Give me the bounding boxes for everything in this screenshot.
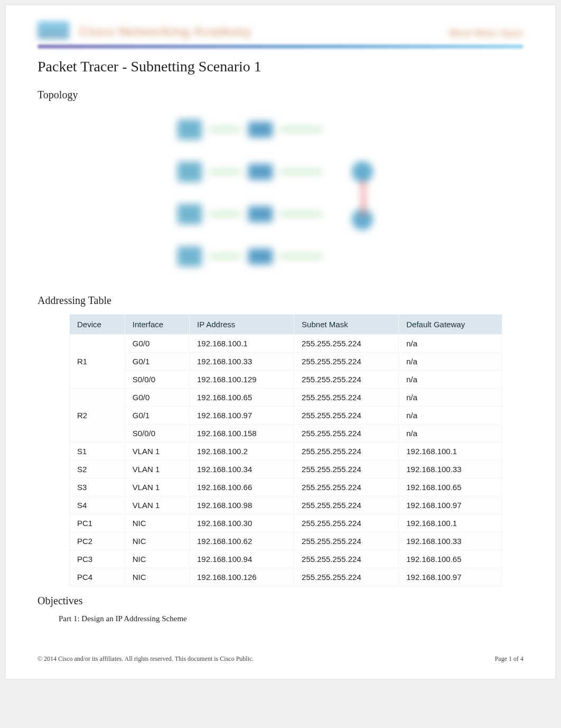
cell-ip: 192.168.100.98 bbox=[189, 496, 294, 514]
cell-device: S3 bbox=[70, 478, 125, 496]
table-row: PC2NIC192.168.100.62255.255.255.224192.1… bbox=[70, 532, 502, 550]
cell-interface: NIC bbox=[125, 568, 189, 586]
section-objectives: Objectives bbox=[38, 595, 523, 607]
cell-gateway: 192.168.100.97 bbox=[399, 568, 502, 586]
cell-gateway: n/a bbox=[399, 353, 502, 371]
cell-interface: NIC bbox=[125, 532, 189, 550]
cell-ip: 192.168.100.66 bbox=[189, 478, 294, 496]
col-interface: Interface bbox=[125, 315, 189, 335]
cell-ip: 192.168.100.129 bbox=[189, 371, 294, 389]
col-gateway: Default Gateway bbox=[399, 315, 502, 335]
cell-mask: 255.255.255.224 bbox=[294, 532, 399, 550]
cell-mask: 255.255.255.224 bbox=[294, 496, 399, 514]
page-title: Packet Tracer - Subnetting Scenario 1 bbox=[38, 58, 523, 75]
topology-figure bbox=[38, 108, 523, 283]
table-row: PC4NIC192.168.100.126255.255.255.224192.… bbox=[70, 568, 502, 586]
addressing-table: Device Interface IP Address Subnet Mask … bbox=[69, 314, 502, 586]
footer-copyright: © 2014 Cisco and/or its affiliates. All … bbox=[38, 655, 254, 663]
table-row: S0/0/0192.168.100.158255.255.255.224n/a bbox=[70, 425, 502, 443]
cell-mask: 255.255.255.224 bbox=[294, 425, 399, 443]
objective-part1: Part 1: Design an IP Addressing Scheme bbox=[59, 614, 523, 623]
page-footer: © 2014 Cisco and/or its affiliates. All … bbox=[38, 655, 523, 663]
cell-device: S2 bbox=[70, 460, 125, 478]
cisco-logo-icon bbox=[38, 21, 69, 39]
cell-gateway: n/a bbox=[399, 425, 502, 443]
header-divider bbox=[38, 44, 523, 49]
cell-interface: NIC bbox=[125, 514, 189, 532]
switch-icon bbox=[248, 164, 273, 180]
cell-mask: 255.255.255.224 bbox=[294, 514, 399, 532]
cell-mask: 255.255.255.224 bbox=[294, 443, 399, 460]
table-header-row: Device Interface IP Address Subnet Mask … bbox=[70, 315, 502, 335]
cell-device: PC1 bbox=[70, 514, 125, 532]
cell-ip: 192.168.100.97 bbox=[189, 407, 294, 425]
section-topology: Topology bbox=[38, 89, 523, 101]
document-page: Cisco Networking Academy Mind Wide Open … bbox=[6, 5, 555, 679]
addressing-table-wrap: Device Interface IP Address Subnet Mask … bbox=[69, 314, 502, 586]
program-name: Cisco Networking Academy bbox=[79, 24, 251, 39]
cell-device: PC4 bbox=[70, 568, 125, 586]
cell-mask: 255.255.255.224 bbox=[294, 389, 399, 407]
cell-gateway: n/a bbox=[399, 407, 502, 425]
cell-mask: 255.255.255.224 bbox=[294, 478, 399, 496]
table-row: S2VLAN 1192.168.100.34255.255.255.224192… bbox=[70, 460, 502, 478]
table-row: R2G0/0192.168.100.65255.255.255.224n/a bbox=[70, 389, 502, 407]
cell-interface: VLAN 1 bbox=[125, 496, 189, 514]
cell-gateway: 192.168.100.33 bbox=[399, 460, 502, 478]
cell-gateway: n/a bbox=[399, 371, 502, 389]
cell-interface: S0/0/0 bbox=[125, 425, 189, 443]
cell-device: R2 bbox=[70, 389, 125, 443]
switch-icon bbox=[248, 248, 273, 264]
cell-interface: S0/0/0 bbox=[125, 371, 189, 389]
table-row: S0/0/0192.168.100.129255.255.255.224n/a bbox=[70, 371, 502, 389]
cell-device: S1 bbox=[70, 443, 125, 460]
cell-ip: 192.168.100.34 bbox=[189, 460, 294, 478]
table-row: S3VLAN 1192.168.100.66255.255.255.224192… bbox=[70, 478, 502, 496]
table-row: PC1NIC192.168.100.30255.255.255.224192.1… bbox=[70, 514, 502, 532]
pc-icon bbox=[177, 204, 202, 224]
col-mask: Subnet Mask bbox=[294, 315, 399, 335]
topology-diagram bbox=[167, 108, 394, 283]
cell-gateway: 192.168.100.1 bbox=[399, 514, 502, 532]
cell-gateway: 192.168.100.65 bbox=[399, 550, 502, 568]
cell-gateway: 192.168.100.1 bbox=[399, 443, 502, 460]
cell-interface: G0/0 bbox=[125, 335, 189, 353]
cell-ip: 192.168.100.158 bbox=[189, 425, 294, 443]
pc-icon bbox=[177, 162, 202, 182]
table-row: S4VLAN 1192.168.100.98255.255.255.224192… bbox=[70, 496, 502, 514]
cell-interface: VLAN 1 bbox=[125, 460, 189, 478]
cell-ip: 192.168.100.126 bbox=[189, 568, 294, 586]
cell-ip: 192.168.100.62 bbox=[189, 532, 294, 550]
program-tagline: Mind Wide Open bbox=[449, 28, 523, 39]
cell-interface: VLAN 1 bbox=[125, 478, 189, 496]
pc-icon bbox=[177, 119, 202, 140]
cell-device: S4 bbox=[70, 496, 125, 514]
cell-device: R1 bbox=[70, 335, 125, 389]
cell-gateway: 192.168.100.97 bbox=[399, 496, 502, 514]
cell-device: PC2 bbox=[70, 532, 125, 550]
router-icon bbox=[352, 161, 373, 182]
cell-interface: G0/0 bbox=[125, 389, 189, 407]
cell-ip: 192.168.100.94 bbox=[189, 550, 294, 568]
col-device: Device bbox=[70, 315, 125, 335]
table-row: PC3NIC192.168.100.94255.255.255.224192.1… bbox=[70, 550, 502, 568]
switch-icon bbox=[248, 206, 273, 222]
pc-icon bbox=[177, 246, 202, 266]
cell-device: PC3 bbox=[70, 550, 125, 568]
cell-ip: 192.168.100.2 bbox=[189, 443, 294, 460]
table-row: G0/1192.168.100.33255.255.255.224n/a bbox=[70, 353, 502, 371]
cell-mask: 255.255.255.224 bbox=[294, 371, 399, 389]
cell-interface: VLAN 1 bbox=[125, 443, 189, 460]
cell-mask: 255.255.255.224 bbox=[294, 550, 399, 568]
cell-gateway: n/a bbox=[399, 335, 502, 353]
logo-left-group: Cisco Networking Academy bbox=[38, 21, 251, 39]
cell-ip: 192.168.100.65 bbox=[189, 389, 294, 407]
cell-mask: 255.255.255.224 bbox=[294, 568, 399, 586]
cell-ip: 192.168.100.30 bbox=[189, 514, 294, 532]
cell-mask: 255.255.255.224 bbox=[294, 460, 399, 478]
cell-ip: 192.168.100.33 bbox=[189, 353, 294, 371]
switch-icon bbox=[248, 122, 273, 137]
cell-gateway: 192.168.100.65 bbox=[399, 478, 502, 496]
cell-gateway: n/a bbox=[399, 389, 502, 407]
cell-gateway: 192.168.100.33 bbox=[399, 532, 502, 550]
